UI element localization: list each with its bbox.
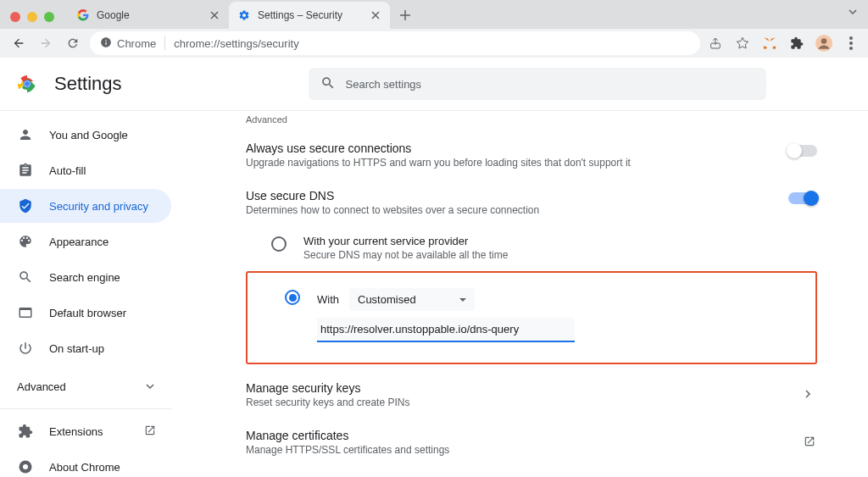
dns-option-provider[interactable]: With your current service provider Secur… (271, 226, 817, 269)
svg-point-3 (849, 36, 853, 40)
window-dropdown-icon[interactable] (848, 7, 858, 19)
google-favicon-icon (76, 8, 90, 22)
browser-icon (17, 304, 34, 321)
address-bar[interactable]: Chrome chrome://settings/security (90, 31, 700, 55)
sidebar-item-autofill[interactable]: Auto-fill (0, 153, 171, 187)
reload-button[interactable] (63, 33, 83, 53)
tab-google[interactable]: Google (68, 2, 229, 29)
settings-header: Settings Search settings (0, 58, 868, 110)
tab-settings-security[interactable]: Settings – Security (229, 2, 390, 29)
new-tab-button[interactable] (393, 3, 417, 27)
gear-favicon-icon (237, 8, 251, 22)
sidebar-item-label: Default browser (49, 307, 158, 319)
link-title: Manage security keys (246, 381, 409, 395)
tab-title: Settings – Security (258, 9, 363, 21)
sidebar-item-label: On start-up (49, 342, 158, 355)
sidebar-item-label: You and Google (49, 129, 158, 141)
external-link-icon (804, 435, 817, 449)
search-icon (17, 269, 34, 286)
sidebar-item-label: About Chrome (49, 461, 158, 474)
puzzle-icon (17, 423, 34, 440)
maximize-window-icon[interactable] (44, 12, 54, 22)
sidebar-item-about-chrome[interactable]: About Chrome (0, 450, 171, 477)
link-title: Manage certificates (246, 429, 449, 442)
setting-secure-dns: Use secure DNS Determines how to connect… (246, 179, 817, 226)
section-label: Advanced (246, 111, 817, 131)
option-desc: Secure DNS may not be available all the … (303, 249, 817, 261)
main-panel: Advanced Always use secure connections U… (178, 111, 868, 477)
sidebar-item-security[interactable]: Security and privacy (0, 189, 171, 223)
sidebar-item-search-engine[interactable]: Search engine (0, 260, 171, 294)
power-icon (17, 340, 34, 357)
sidebar-advanced-toggle[interactable]: Advanced (0, 370, 171, 403)
dns-option-custom[interactable]: With Customised (285, 280, 804, 351)
external-link-icon (144, 424, 158, 438)
svg-point-5 (849, 47, 853, 50)
window-controls[interactable] (7, 12, 61, 22)
sidebar-item-appearance[interactable]: Appearance (0, 225, 171, 258)
url-text: chrome://settings/security (174, 37, 298, 50)
sidebar-item-label: Appearance (49, 236, 158, 248)
secure-connections-toggle[interactable] (788, 145, 817, 157)
back-button[interactable] (8, 33, 29, 53)
page-title: Settings (54, 73, 122, 95)
toolbar: Chrome chrome://settings/security (0, 29, 868, 58)
close-tab-icon[interactable] (370, 9, 381, 21)
sidebar: You and Google Auto-fill Security and pr… (0, 111, 178, 477)
option-label: With (317, 293, 339, 306)
sidebar-item-label: Extensions (49, 425, 129, 438)
tab-title: Google (97, 9, 202, 21)
bookmark-icon[interactable] (734, 35, 751, 52)
info-icon[interactable] (100, 36, 112, 51)
secure-dns-toggle[interactable] (788, 192, 817, 204)
setting-title: Use secure DNS (246, 189, 539, 202)
assignment-icon (17, 162, 34, 179)
setting-desc: Upgrade navigations to HTTPS and warn yo… (246, 157, 631, 169)
svg-point-9 (25, 81, 30, 86)
advanced-protection-link[interactable]: Google Advanced Protection programme Saf… (246, 466, 817, 477)
dns-provider-dropdown[interactable]: Customised (349, 288, 475, 311)
manage-certificates-link[interactable]: Manage certificates Manage HTTPS/SSL cer… (246, 419, 817, 466)
dns-url-input[interactable] (317, 318, 575, 342)
metamask-extension-icon[interactable] (761, 35, 778, 52)
sidebar-item-you-and-google[interactable]: You and Google (0, 118, 171, 152)
setting-secure-connections: Always use secure connections Upgrade na… (246, 131, 817, 179)
highlight-box: With Customised (246, 271, 817, 364)
setting-desc: Determines how to connect to websites ov… (246, 204, 539, 216)
sidebar-item-label: Auto-fill (49, 164, 158, 177)
tab-strip: Google Settings – Security (0, 0, 868, 29)
palette-icon (17, 233, 34, 250)
sidebar-item-on-startup[interactable]: On start-up (0, 331, 171, 365)
sidebar-item-extensions[interactable]: Extensions (0, 414, 171, 448)
more-menu-icon[interactable] (843, 35, 860, 52)
svg-point-4 (849, 42, 853, 45)
sidebar-item-label: Security and privacy (49, 200, 158, 213)
search-placeholder: Search settings (346, 78, 422, 91)
radio-unselected-icon[interactable] (271, 236, 287, 252)
chevron-right-icon (804, 388, 817, 402)
link-desc: Manage HTTPS/SSL certificates and settin… (246, 444, 449, 456)
advanced-label: Advanced (17, 380, 66, 393)
divider (0, 408, 171, 409)
browser-chrome: Google Settings – Security (0, 0, 868, 58)
svg-point-2 (821, 38, 827, 44)
close-tab-icon[interactable] (209, 9, 220, 21)
close-window-icon[interactable] (10, 12, 20, 22)
profile-avatar-icon[interactable] (815, 35, 832, 52)
link-desc: Reset security keys and create PINs (246, 397, 409, 408)
forward-button[interactable] (36, 33, 56, 53)
radio-selected-icon[interactable] (285, 290, 300, 305)
extensions-puzzle-icon[interactable] (788, 35, 805, 52)
manage-security-keys-link[interactable]: Manage security keys Reset security keys… (246, 371, 817, 419)
option-title: With your current service provider (303, 235, 817, 247)
share-icon[interactable] (707, 35, 724, 52)
setting-title: Always use secure connections (246, 141, 631, 155)
svg-point-11 (23, 464, 28, 469)
chevron-down-icon (146, 380, 154, 393)
sidebar-item-default-browser[interactable]: Default browser (0, 296, 171, 330)
chrome-icon (17, 458, 34, 475)
minimize-window-icon[interactable] (27, 12, 37, 22)
settings-search-input[interactable]: Search settings (309, 68, 766, 100)
chevron-down-icon (459, 293, 466, 306)
address-app-label: Chrome (117, 37, 156, 50)
